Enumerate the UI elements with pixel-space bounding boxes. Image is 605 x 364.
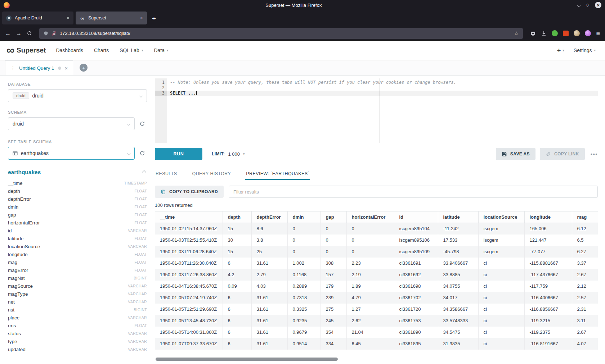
column-row-nst[interactable]: nstBIGINT	[8, 306, 147, 314]
maximize-icon[interactable]: ◇	[586, 3, 589, 7]
close-tab-icon[interactable]: ×	[67, 15, 70, 21]
new-item-button[interactable]: + ▾	[557, 47, 564, 54]
sql-editor[interactable]: 1-- Note: Unless you save your query, th…	[155, 78, 598, 143]
results-tab-query-history[interactable]: QUERY HISTORY	[192, 168, 232, 180]
database-select[interactable]: druid druid	[8, 89, 147, 102]
table-row[interactable]: 1950-01-05T13:45:48.730Z631.610.92352452…	[155, 315, 598, 327]
schema-select[interactable]: druid	[8, 117, 135, 130]
extension-icon-3[interactable]	[585, 30, 591, 36]
url-bar[interactable]: 172.18.0.3:32108/superset/sqllab/ ☆	[39, 28, 523, 39]
browser-tab-apache-druid[interactable]: Apache Druid ×	[2, 12, 73, 24]
table-row[interactable]: 1950-01-03T02:51:55.410Z303.8000iscgem89…	[155, 235, 598, 246]
close-query-tab-icon[interactable]: ×	[65, 65, 68, 71]
column-row-id[interactable]: idVARCHAR	[8, 227, 147, 235]
copy-to-clipboard-button[interactable]: COPY TO CLIPBOARD	[155, 186, 224, 198]
column-header-horizontalerror[interactable]: horizontalError	[346, 211, 394, 223]
column-row-rms[interactable]: rmsFLOAT	[8, 322, 147, 329]
copy-link-button[interactable]: COPY LINK	[540, 148, 585, 160]
column-header-locationsource[interactable]: locationSource	[478, 211, 524, 223]
table-row[interactable]: 1950-01-04T16:38:45.670Z0.094.030.288917…	[155, 281, 598, 292]
more-options-icon[interactable]: •••	[591, 151, 598, 157]
horizontal-scrollbar[interactable]	[155, 356, 598, 362]
pane-resize-handle[interactable]: ∙∙∙∙∙∙	[155, 163, 598, 167]
column-row-gap[interactable]: gapFLOAT	[8, 211, 147, 219]
editor-line[interactable]: 3SELECT ...	[155, 91, 598, 96]
new-query-tab-button[interactable]: +	[80, 64, 88, 72]
column-row-updated[interactable]: updatedVARCHAR	[8, 345, 147, 353]
reload-icon[interactable]	[27, 31, 32, 36]
column-header-dmin[interactable]: dmin	[287, 211, 321, 223]
column-row-time[interactable]: __timeTIMESTAMP	[8, 179, 147, 187]
save-as-button[interactable]: SAVE AS	[496, 148, 535, 160]
insecure-lock-icon[interactable]	[51, 31, 57, 36]
column-row-deptherror[interactable]: depthErrorFLOAT	[8, 195, 147, 203]
nav-item-data[interactable]: Data▾	[154, 47, 168, 53]
column-header-time[interactable]: __time	[155, 211, 223, 223]
back-icon[interactable]: ←	[5, 31, 11, 36]
column-row-magsource[interactable]: magSourceVARCHAR	[8, 282, 147, 290]
column-row-dmin[interactable]: dminFLOAT	[8, 203, 147, 211]
table-select[interactable]: earthquakes	[8, 147, 135, 160]
column-header-gap[interactable]: gap	[321, 211, 346, 223]
results-tab-results[interactable]: RESULTS	[155, 168, 178, 180]
forward-icon[interactable]: →	[16, 31, 22, 36]
url-text[interactable]: 172.18.0.3:32108/superset/sqllab/	[60, 31, 511, 36]
column-header-id[interactable]: id	[394, 211, 438, 223]
column-header-depth[interactable]: depth	[223, 211, 251, 223]
column-row-place[interactable]: placeVARCHAR	[8, 314, 147, 322]
tracking-shield-icon[interactable]	[44, 31, 48, 36]
extension-icon-2[interactable]	[574, 30, 580, 36]
editor-line[interactable]: 2	[155, 85, 598, 91]
table-row[interactable]: 1950-01-03T11:06:28.640Z1525000iscgem895…	[155, 246, 598, 258]
table-row[interactable]: 1950-01-03T17:26:38.860Z4.22.790.1168157…	[155, 269, 598, 281]
save-to-pocket-icon[interactable]	[530, 31, 536, 36]
downloads-icon[interactable]	[541, 31, 547, 36]
minimize-icon[interactable]	[577, 3, 581, 7]
table-title[interactable]: earthquakes	[8, 169, 41, 176]
column-row-magerror[interactable]: magErrorFLOAT	[8, 266, 147, 274]
column-row-latitude[interactable]: latitudeFLOAT	[8, 235, 147, 242]
column-row-depth[interactable]: depthFLOAT	[8, 187, 147, 195]
column-row-net[interactable]: netVARCHAR	[8, 298, 147, 306]
column-row-magnst[interactable]: magNstBIGINT	[8, 274, 147, 282]
column-row-mag[interactable]: magFLOAT	[8, 258, 147, 266]
column-row-longitude[interactable]: longitudeFLOAT	[8, 250, 147, 258]
nav-item-dashboards[interactable]: Dashboards	[56, 47, 83, 53]
limit-dropdown[interactable]: LIMIT: 1 000 ▾	[212, 151, 245, 157]
nav-item-charts[interactable]: Charts	[94, 47, 109, 53]
filter-results-input[interactable]	[229, 186, 598, 198]
nav-item-sql-lab[interactable]: SQL Lab▾	[120, 47, 143, 53]
results-tab-preview-earthquakes[interactable]: PREVIEW: `EARTHQUAKES`	[245, 168, 310, 180]
column-header-deptherror[interactable]: depthError	[251, 211, 287, 223]
table-row[interactable]: 1950-01-02T15:14:37.960Z158.6000iscgem89…	[155, 223, 598, 235]
extension-icon-1[interactable]	[552, 30, 558, 36]
settings-menu[interactable]: Settings ▾	[574, 47, 596, 53]
table-row[interactable]: 1950-01-05T07:24:19.740Z631.610.73182394…	[155, 292, 598, 304]
table-row[interactable]: 1950-01-05T12:51:29.690Z631.610.33252751…	[155, 304, 598, 315]
column-row-horizontalerror[interactable]: horizontalErrorFLOAT	[8, 219, 147, 227]
close-window-icon[interactable]: ×	[595, 2, 601, 8]
column-header-longitude[interactable]: longitude	[524, 211, 572, 223]
column-row-status[interactable]: statusVARCHAR	[8, 329, 147, 337]
column-header-mag[interactable]: mag	[572, 211, 598, 223]
refresh-table-icon[interactable]	[138, 150, 147, 156]
table-row[interactable]: 1950-01-05T14:00:31.860Z631.610.96793542…	[155, 327, 598, 338]
editor-line[interactable]: 1-- Note: Unless you save your query, th…	[155, 80, 598, 85]
column-header-latitude[interactable]: latitude	[438, 211, 478, 223]
collapse-icon[interactable]	[142, 170, 146, 174]
column-row-locationsource[interactable]: locationSourceVARCHAR	[8, 242, 147, 250]
column-row-type[interactable]: typeVARCHAR	[8, 337, 147, 345]
drag-handle-icon[interactable]: ⋮	[10, 65, 15, 71]
scrollbar-thumb[interactable]	[156, 358, 338, 361]
column-row-magtype[interactable]: magTypeVARCHAR	[8, 290, 147, 298]
table-row[interactable]: 1950-01-03T11:26:30.040Z631.611.0023082.…	[155, 258, 598, 269]
table-row[interactable]: 1950-01-07T09:37:33.670Z631.610.95143346…	[155, 338, 598, 350]
superset-logo[interactable]: ∞ Superset	[6, 46, 46, 55]
query-tab-untitled-query-1[interactable]: ⋮ Untitled Query 1 ×	[5, 60, 73, 75]
close-tab-icon[interactable]: ×	[140, 15, 143, 21]
bookmark-star-icon[interactable]: ☆	[514, 30, 519, 37]
app-menu-icon[interactable]: ≡	[596, 30, 600, 37]
extension-icon-ublock[interactable]	[563, 31, 569, 36]
browser-tab-superset[interactable]: ∞ Superset ×	[76, 12, 147, 24]
refresh-schema-icon[interactable]	[138, 121, 147, 127]
